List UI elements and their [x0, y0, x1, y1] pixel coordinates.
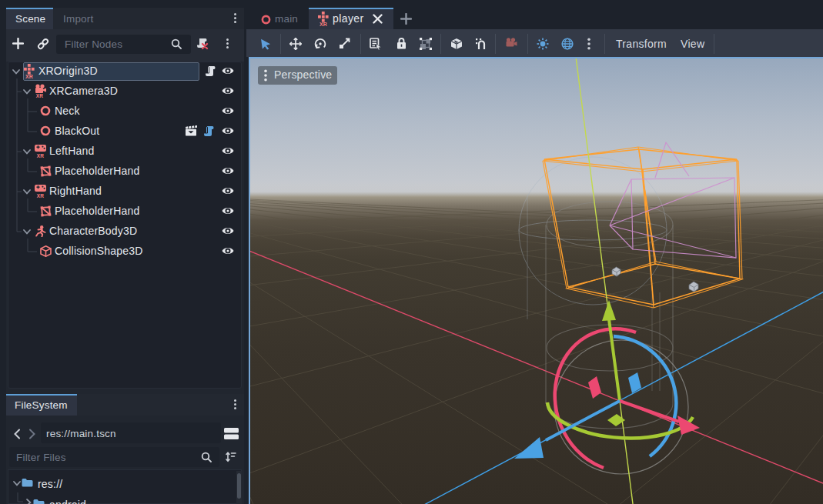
- svg-text:XR: XR: [319, 22, 327, 26]
